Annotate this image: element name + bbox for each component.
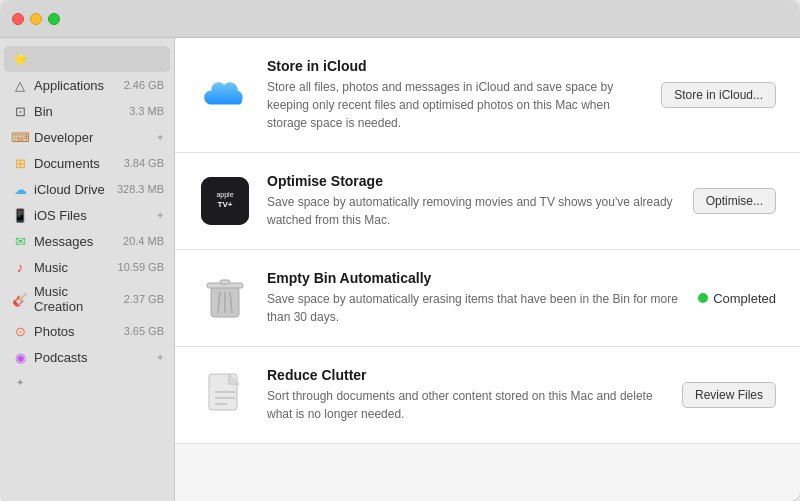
sidebar-size-music: 10.59 GB bbox=[118, 261, 164, 273]
recommendations-icon: ⭐ bbox=[12, 51, 28, 67]
sidebar-label-music-creation: Music Creation bbox=[34, 284, 120, 314]
sidebar-size-bin: 3.3 MB bbox=[129, 105, 164, 117]
sidebar-label-podcasts: Podcasts bbox=[34, 350, 156, 365]
sidebar-label-photos: Photos bbox=[34, 324, 120, 339]
card-desc-icloud: Store all files, photos and messages in … bbox=[267, 78, 645, 132]
documents-icon: ⊞ bbox=[12, 155, 28, 171]
sidebar-size-messages: 20.4 MB bbox=[123, 235, 164, 247]
sidebar-item-music-creation[interactable]: 🎸 Music Creation 2.37 GB bbox=[0, 280, 174, 318]
svg-rect-5 bbox=[220, 280, 230, 284]
card-desc-optimise: Save space by automatically removing mov… bbox=[267, 193, 677, 229]
card-empty-bin: Empty Bin Automatically Save space by au… bbox=[175, 250, 800, 347]
action-button-reduce-clutter[interactable]: Review Files bbox=[682, 382, 776, 408]
svg-text:apple: apple bbox=[216, 191, 233, 199]
developer-icon: ⌨ bbox=[12, 129, 28, 145]
music-icon: ♪ bbox=[12, 259, 28, 275]
icloud-card-icon bbox=[199, 69, 251, 121]
sidebar-label-icloud-drive: iCloud Drive bbox=[34, 182, 113, 197]
sidebar-calculating: ✦ bbox=[0, 370, 174, 394]
sidebar-item-applications[interactable]: △ Applications 2.46 GB bbox=[0, 72, 174, 98]
applications-icon: △ bbox=[12, 77, 28, 93]
messages-icon: ✉ bbox=[12, 233, 28, 249]
card-reduce-clutter: Reduce Clutter Sort through documents an… bbox=[175, 347, 800, 444]
ios-files-icon: 📱 bbox=[12, 207, 28, 223]
card-desc-empty-bin: Save space by automatically erasing item… bbox=[267, 290, 682, 326]
sidebar-item-ios-files[interactable]: 📱 iOS Files ✦ bbox=[0, 202, 174, 228]
card-text-optimise: Optimise Storage Save space by automatic… bbox=[267, 173, 677, 229]
completed-dot-icon bbox=[698, 293, 708, 303]
close-button[interactable] bbox=[12, 13, 24, 25]
music-creation-icon: 🎸 bbox=[12, 291, 28, 307]
sidebar-label-ios-files: iOS Files bbox=[34, 208, 156, 223]
sidebar-item-recommendations[interactable]: ⭐ bbox=[4, 46, 170, 72]
content-area: Store in iCloud Store all files, photos … bbox=[175, 38, 800, 501]
sidebar-item-developer[interactable]: ⌨ Developer ✦ bbox=[0, 124, 174, 150]
spinner-developer: ✦ bbox=[156, 132, 164, 143]
sidebar-item-bin[interactable]: ⊡ Bin 3.3 MB bbox=[0, 98, 174, 124]
sidebar-label-developer: Developer bbox=[34, 130, 156, 145]
card-desc-reduce-clutter: Sort through documents and other content… bbox=[267, 387, 666, 423]
bin-icon: ⊡ bbox=[12, 103, 28, 119]
action-button-optimise[interactable]: Optimise... bbox=[693, 188, 776, 214]
sidebar-label-music: Music bbox=[34, 260, 114, 275]
card-title-empty-bin: Empty Bin Automatically bbox=[267, 270, 682, 286]
podcasts-icon: ◉ bbox=[12, 349, 28, 365]
sidebar-size-icloud-drive: 328.3 MB bbox=[117, 183, 164, 195]
calculating-spinner-icon: ✦ bbox=[12, 374, 28, 390]
action-button-icloud[interactable]: Store in iCloud... bbox=[661, 82, 776, 108]
appletv-card-icon: apple TV+ bbox=[199, 175, 251, 227]
sidebar-label-messages: Messages bbox=[34, 234, 119, 249]
card-title-icloud: Store in iCloud bbox=[267, 58, 645, 74]
appletv-icon: apple TV+ bbox=[201, 177, 249, 225]
card-optimise: apple TV+ Optimise Storage Save space by… bbox=[175, 153, 800, 250]
sidebar-item-podcasts[interactable]: ◉ Podcasts ✦ bbox=[0, 344, 174, 370]
photos-icon: ⊙ bbox=[12, 323, 28, 339]
maximize-button[interactable] bbox=[48, 13, 60, 25]
main-content: ⭐ △ Applications 2.46 GB ⊡ Bin 3.3 MB ⌨ … bbox=[0, 38, 800, 501]
card-action-empty-bin: Completed bbox=[698, 291, 776, 306]
sidebar-item-photos[interactable]: ⊙ Photos 3.65 GB bbox=[0, 318, 174, 344]
card-action-reduce-clutter: Review Files bbox=[682, 382, 776, 408]
completed-label: Completed bbox=[713, 291, 776, 306]
spinner-ios-files: ✦ bbox=[156, 210, 164, 221]
card-icloud: Store in iCloud Store all files, photos … bbox=[175, 38, 800, 153]
card-title-optimise: Optimise Storage bbox=[267, 173, 677, 189]
sidebar-label-applications: Applications bbox=[34, 78, 120, 93]
sidebar-item-icloud-drive[interactable]: ☁ iCloud Drive 328.3 MB bbox=[0, 176, 174, 202]
spinner-podcasts: ✦ bbox=[156, 352, 164, 363]
sidebar-size-music-creation: 2.37 GB bbox=[124, 293, 164, 305]
card-action-optimise: Optimise... bbox=[693, 188, 776, 214]
completed-badge: Completed bbox=[698, 291, 776, 306]
sidebar-size-documents: 3.84 GB bbox=[124, 157, 164, 169]
minimize-button[interactable] bbox=[30, 13, 42, 25]
card-text-reduce-clutter: Reduce Clutter Sort through documents an… bbox=[267, 367, 666, 423]
sidebar-size-applications: 2.46 GB bbox=[124, 79, 164, 91]
sidebar-item-documents[interactable]: ⊞ Documents 3.84 GB bbox=[0, 150, 174, 176]
sidebar: ⭐ △ Applications 2.46 GB ⊡ Bin 3.3 MB ⌨ … bbox=[0, 38, 175, 501]
card-text-empty-bin: Empty Bin Automatically Save space by au… bbox=[267, 270, 682, 326]
sidebar-label-documents: Documents bbox=[34, 156, 120, 171]
bin-card-icon bbox=[199, 272, 251, 324]
sidebar-label-bin: Bin bbox=[34, 104, 125, 119]
icloud-drive-icon: ☁ bbox=[12, 181, 28, 197]
sidebar-size-photos: 3.65 GB bbox=[124, 325, 164, 337]
titlebar bbox=[0, 0, 800, 38]
window: ⭐ △ Applications 2.46 GB ⊡ Bin 3.3 MB ⌨ … bbox=[0, 0, 800, 501]
sidebar-item-music[interactable]: ♪ Music 10.59 GB bbox=[0, 254, 174, 280]
card-text-icloud: Store in iCloud Store all files, photos … bbox=[267, 58, 645, 132]
document-card-icon bbox=[199, 369, 251, 421]
svg-text:TV+: TV+ bbox=[218, 200, 233, 209]
sidebar-item-messages[interactable]: ✉ Messages 20.4 MB bbox=[0, 228, 174, 254]
card-action-icloud: Store in iCloud... bbox=[661, 82, 776, 108]
traffic-lights bbox=[12, 13, 60, 25]
card-title-reduce-clutter: Reduce Clutter bbox=[267, 367, 666, 383]
